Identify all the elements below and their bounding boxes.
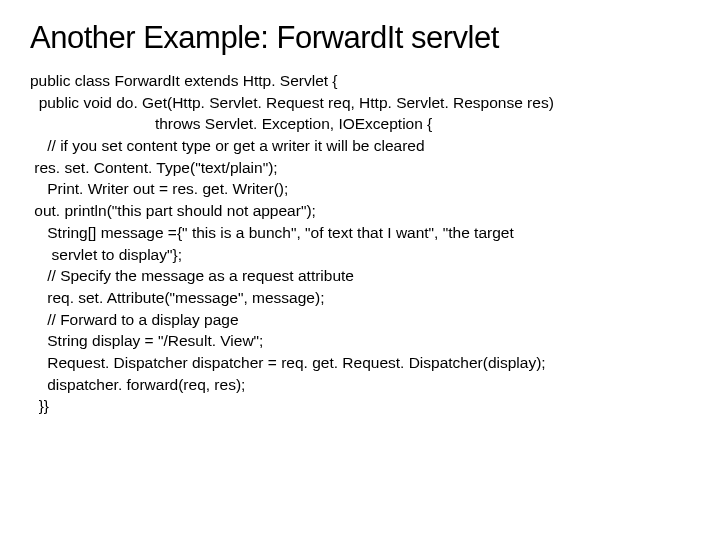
code-block: public class ForwardIt extends Http. Ser… — [30, 70, 690, 417]
slide-title: Another Example: ForwardIt servlet — [30, 20, 690, 56]
